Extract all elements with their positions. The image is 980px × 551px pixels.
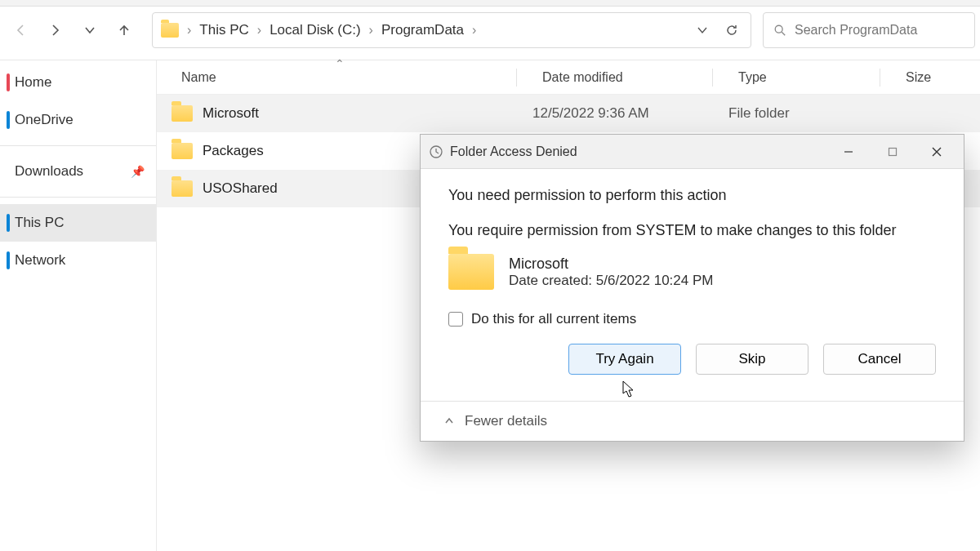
sort-indicator-icon: ⌃ (335, 57, 345, 70)
folder-icon (172, 180, 193, 197)
sidebar-item-label: OneDrive (15, 112, 74, 128)
toolbar: › This PC › Local Disk (C:) › ProgramDat… (0, 0, 980, 60)
minimize-button[interactable] (830, 140, 867, 164)
pin-icon: 📌 (131, 165, 145, 178)
maximize-button[interactable] (874, 140, 911, 164)
close-icon (931, 146, 942, 158)
clock-icon (429, 144, 443, 159)
dialog-item: Microsoft Date created: 5/6/2022 10:24 P… (448, 254, 936, 290)
chevron-down-icon (83, 24, 96, 37)
file-name: Microsoft (203, 105, 259, 122)
maximize-icon (888, 147, 898, 157)
address-dropdown-button[interactable] (692, 20, 713, 41)
refresh-button[interactable] (721, 20, 742, 41)
sidebar-item-network[interactable]: Network (0, 242, 156, 279)
skip-button[interactable]: Skip (696, 344, 808, 375)
checkbox-label: Do this for all current items (471, 311, 636, 327)
chevron-right-icon: › (472, 23, 476, 38)
search-input[interactable] (795, 23, 964, 38)
address-bar[interactable]: › This PC › Local Disk (C:) › ProgramDat… (152, 12, 751, 48)
folder-access-denied-dialog: Folder Access Denied You need permission… (420, 134, 964, 442)
forward-button[interactable] (46, 20, 65, 40)
try-again-button[interactable]: Try Again (568, 344, 681, 375)
sidebar-item-onedrive[interactable]: OneDrive (0, 101, 156, 139)
recent-dropdown-button[interactable] (80, 20, 100, 40)
dialog-item-date-created: Date created: 5/6/2022 10:24 PM (509, 273, 713, 289)
refresh-icon (724, 23, 739, 38)
file-name: USOShared (203, 180, 278, 197)
chevron-right-icon: › (257, 23, 261, 38)
column-header-size[interactable]: Size (881, 70, 931, 85)
fewer-details-label: Fewer details (465, 413, 547, 429)
chevron-up-icon (443, 415, 455, 427)
svg-rect-2 (889, 148, 897, 155)
folder-icon (448, 254, 494, 290)
svg-point-0 (775, 25, 782, 33)
sidebar-item-label: This PC (15, 215, 64, 231)
minimize-icon (844, 147, 853, 157)
sidebar-item-this-pc[interactable]: This PC (0, 204, 156, 242)
close-button[interactable] (918, 140, 956, 164)
folder-icon (172, 143, 193, 159)
checkbox-icon (448, 312, 463, 327)
sidebar-item-downloads[interactable]: Downloads 📌 (0, 153, 156, 190)
chevron-right-icon: › (369, 23, 373, 38)
dialog-titlebar: Folder Access Denied (421, 135, 964, 169)
arrow-left-icon (13, 22, 29, 38)
table-row[interactable]: Microsoft 12/5/2022 9:36 AM File folder (157, 95, 980, 132)
chevron-down-icon (696, 24, 709, 37)
dialog-message-2: You require permission from SYSTEM to ma… (448, 222, 936, 239)
breadcrumb-local-disk[interactable]: Local Disk (C:) (270, 22, 360, 38)
sidebar-item-label: Home (15, 74, 51, 91)
sidebar-item-label: Downloads (15, 163, 83, 180)
file-date: 12/5/2022 9:36 AM (518, 105, 714, 122)
breadcrumb-programdata[interactable]: ProgramData (381, 22, 464, 38)
chevron-right-icon: › (187, 23, 191, 38)
up-button[interactable] (114, 20, 134, 40)
breadcrumb-this-pc[interactable]: This PC (199, 22, 248, 38)
dialog-message-1: You need permission to perform this acti… (448, 187, 936, 204)
arrow-right-icon (47, 22, 64, 38)
column-header-row: ⌃ Name Date modified Type Size (157, 60, 980, 95)
sidebar-item-home[interactable]: Home (0, 64, 156, 101)
file-type: File folder (714, 105, 881, 122)
column-header-type[interactable]: Type (714, 70, 881, 85)
cancel-button[interactable]: Cancel (823, 344, 936, 375)
sidebar: Home OneDrive Downloads 📌 This PC Networ… (0, 60, 157, 551)
do-for-all-checkbox[interactable]: Do this for all current items (448, 311, 936, 327)
dialog-title: Folder Access Denied (450, 144, 577, 159)
search-box[interactable] (763, 12, 975, 48)
folder-icon (161, 23, 179, 38)
sidebar-item-label: Network (15, 252, 65, 269)
folder-icon (172, 105, 193, 122)
back-button[interactable] (11, 20, 31, 40)
file-name: Packages (203, 143, 264, 159)
search-icon (773, 23, 786, 38)
fewer-details-toggle[interactable]: Fewer details (421, 401, 964, 441)
dialog-item-name: Microsoft (509, 256, 713, 273)
column-header-date[interactable]: Date modified (518, 70, 714, 85)
arrow-up-icon (116, 22, 132, 38)
column-header-name[interactable]: Name (157, 70, 518, 85)
